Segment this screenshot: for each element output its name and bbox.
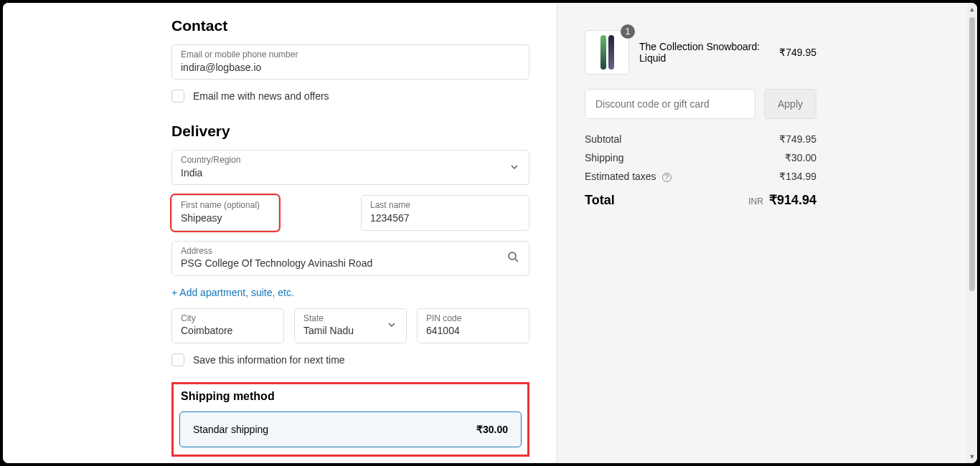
save-info-checkbox[interactable] [171, 353, 184, 366]
add-apartment-link[interactable]: + Add apartment, suite, etc. [171, 287, 294, 298]
search-icon[interactable] [507, 251, 519, 265]
scroll-up-icon[interactable]: ▲ [969, 6, 976, 13]
pin-input[interactable] [426, 324, 520, 338]
snowboard-icon [608, 35, 614, 70]
chevron-down-icon [387, 319, 396, 332]
shipping-option-price: ₹30.00 [476, 424, 508, 435]
email-label: Email or mobile phone number [181, 49, 520, 61]
product-price: ₹749.95 [779, 47, 816, 58]
main-area: Contact Email or mobile phone number Ema… [3, 3, 967, 463]
delivery-heading: Delivery [171, 123, 529, 140]
taxes-label: Estimated taxes ? [585, 171, 672, 182]
quantity-badge: 1 [621, 24, 635, 39]
apply-button[interactable]: Apply [764, 89, 816, 119]
address-label: Address [181, 246, 520, 257]
shipping-value: ₹30.00 [785, 152, 816, 163]
scroll-down-icon[interactable]: ▼ [969, 453, 976, 460]
address-field[interactable]: Address [171, 241, 529, 276]
scrollbar[interactable]: ▲ ▼ [967, 3, 977, 463]
svg-point-0 [509, 252, 516, 260]
save-info-row[interactable]: Save this information for next time [171, 353, 529, 366]
discount-row: Apply [585, 89, 816, 119]
country-label: Country/Region [181, 155, 520, 166]
info-icon[interactable]: ? [662, 173, 672, 182]
total-label: Total [585, 193, 615, 208]
checkout-window: Contact Email or mobile phone number Ema… [3, 3, 977, 463]
address-input[interactable] [181, 257, 520, 271]
chevron-down-icon [510, 161, 519, 174]
total-value: ₹914.94 [769, 192, 816, 208]
shipping-option[interactable]: Standar shipping ₹30.00 [179, 412, 522, 447]
news-offers-checkbox[interactable] [171, 90, 184, 103]
subtotal-row: Subtotal ₹749.95 [585, 133, 816, 145]
last-name-input[interactable] [370, 211, 520, 226]
shipping-method-section: Shipping method Standar shipping ₹30.00 [171, 382, 529, 457]
state-label: State [303, 313, 397, 325]
taxes-value: ₹134.99 [779, 171, 816, 182]
order-summary: 1 The Collection Snowboard: Liquid ₹749.… [557, 3, 967, 463]
contact-heading: Contact [171, 17, 529, 34]
pin-label: PIN code [426, 313, 520, 325]
subtotal-value: ₹749.95 [779, 133, 816, 145]
save-info-label: Save this information for next time [193, 354, 345, 366]
product-thumbnail-wrap: 1 [585, 30, 629, 75]
taxes-row: Estimated taxes ? ₹134.99 [585, 171, 816, 182]
last-name-label: Last name [370, 200, 520, 211]
checkout-form: Contact Email or mobile phone number Ema… [3, 3, 557, 463]
total-row: Total INR ₹914.94 [585, 192, 816, 208]
discount-input[interactable] [585, 89, 755, 119]
total-currency: INR [748, 196, 763, 206]
state-field[interactable]: State Tamil Nadu [294, 308, 407, 343]
state-value: Tamil Nadu [303, 325, 354, 336]
shipping-row: Shipping ₹30.00 [585, 152, 816, 163]
news-offers-label: Email me with news and offers [193, 90, 329, 102]
first-name-label: First name (optional) [181, 200, 270, 211]
email-field[interactable]: Email or mobile phone number [171, 44, 529, 80]
shipping-option-name: Standar shipping [193, 424, 268, 435]
country-value: India [181, 167, 202, 179]
email-input[interactable] [181, 61, 520, 75]
city-input[interactable] [181, 324, 275, 338]
svg-line-1 [515, 259, 518, 262]
shipping-heading: Shipping method [181, 390, 522, 403]
pin-field[interactable]: PIN code [417, 308, 529, 343]
city-label: City [181, 313, 275, 325]
news-offers-row[interactable]: Email me with news and offers [171, 90, 529, 103]
product-name: The Collection Snowboard: Liquid [639, 41, 769, 64]
first-name-input[interactable] [181, 211, 270, 226]
first-name-field[interactable]: First name (optional) [171, 195, 279, 230]
subtotal-label: Subtotal [585, 133, 621, 145]
country-field[interactable]: Country/Region India [171, 150, 529, 185]
shipping-label: Shipping [585, 152, 624, 163]
city-field[interactable]: City [171, 308, 284, 343]
last-name-field[interactable]: Last name [361, 195, 529, 230]
scrollbar-thumb[interactable] [969, 17, 975, 291]
snowboard-icon [600, 35, 606, 70]
cart-item: 1 The Collection Snowboard: Liquid ₹749.… [585, 30, 816, 75]
